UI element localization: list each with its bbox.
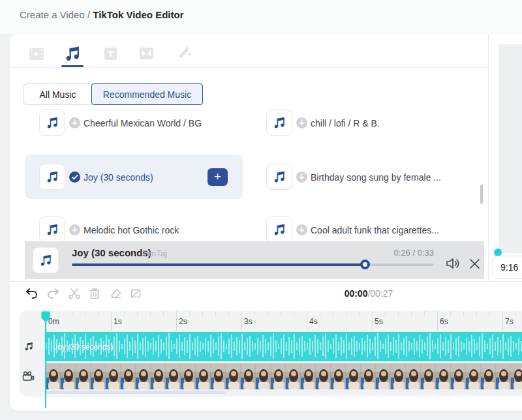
music-note-icon: [45, 170, 59, 184]
cut-button[interactable]: [68, 287, 81, 300]
audio-clip[interactable]: Joy (30 seconds): [46, 332, 522, 361]
app-window: Create a Video / TikTok Video Editor: [0, 0, 522, 420]
all-music-button[interactable]: All Music: [23, 83, 92, 105]
volume-icon[interactable]: [446, 257, 461, 270]
tab-video[interactable]: [29, 47, 44, 64]
music-tile: [266, 110, 292, 136]
playhead-handle[interactable]: [41, 311, 50, 323]
music-item[interactable]: Cool adult funk that cigarettes...: [311, 225, 439, 235]
tab-transition[interactable]: [139, 47, 154, 63]
ruler-label: 7s: [505, 317, 514, 326]
breadcrumb-current: TikTok Video Editor: [93, 9, 183, 20]
music-tile: [39, 217, 65, 243]
audio-track-icon: [23, 341, 34, 352]
timeline-current-time: 00:00: [345, 288, 368, 299]
download-icon[interactable]: [296, 117, 307, 128]
timeline-hscroll-thumb[interactable]: [44, 391, 225, 394]
delete-button[interactable]: [89, 287, 100, 300]
music-list-scrollbar[interactable]: [480, 185, 483, 204]
music-note-icon: [63, 44, 82, 63]
music-note-icon: [272, 222, 286, 237]
video-preview: [499, 44, 522, 253]
ruler-label: 6s: [440, 317, 448, 326]
tabbar-divider: [10, 67, 488, 68]
music-note-icon: [272, 170, 286, 184]
add-to-timeline-button[interactable]: +: [207, 168, 228, 186]
breadcrumb-parent[interactable]: Create a Video: [20, 9, 85, 20]
timeline-ruler[interactable]: 0m 1s 2s 3s 4s 5s 6s 7s: [46, 311, 522, 328]
aspect-ratio-selector[interactable]: 9:16: [493, 256, 522, 279]
audio-waveform: [46, 332, 522, 361]
close-icon[interactable]: [469, 258, 480, 269]
eraser-button[interactable]: [109, 288, 123, 300]
ruler-label: 3s: [244, 317, 253, 326]
music-tile: [39, 110, 65, 136]
player-title: Joy (30 seconds): [72, 247, 151, 258]
music-item[interactable]: Cheerful Mexican World / BG: [84, 118, 202, 128]
player-time: 0:26 / 0:33: [369, 248, 434, 258]
tab-effects[interactable]: [175, 45, 192, 65]
timeline-total-time: /00:27: [367, 288, 393, 299]
download-icon[interactable]: [296, 172, 307, 183]
video-track-icon: [22, 371, 35, 382]
video-clip[interactable]: [46, 363, 522, 389]
music-note-icon: [45, 222, 59, 237]
download-icon[interactable]: [69, 224, 80, 235]
breadcrumb-separator: /: [87, 9, 90, 20]
ruler-label: 5s: [375, 317, 383, 326]
panel-divider-horizontal: [10, 281, 522, 282]
player-artist: TimTaj: [142, 248, 167, 258]
music-item[interactable]: Birthday song sung by female ...: [311, 172, 441, 183]
playhead-line[interactable]: [45, 311, 46, 408]
magic-wand-icon: [175, 45, 192, 62]
tab-music[interactable]: [63, 44, 82, 65]
music-tile: [39, 164, 65, 190]
check-icon: [69, 172, 80, 183]
ruler-label: 2s: [179, 317, 187, 326]
download-icon[interactable]: [69, 117, 80, 128]
music-note-icon: [38, 253, 53, 267]
music-tile: [266, 217, 292, 243]
music-tile: [266, 164, 292, 190]
panel-divider-vertical: [488, 34, 489, 281]
music-item[interactable]: chill / lofi / R & B.: [311, 118, 380, 128]
timeline-timecode: 00:00/00:27: [323, 288, 414, 299]
music-item-selected-title[interactable]: Joy (30 seconds): [84, 172, 153, 183]
film-icon: [29, 47, 44, 61]
crop-button[interactable]: [130, 288, 142, 299]
player-progress-fill: [72, 263, 365, 266]
music-note-icon: [45, 115, 59, 130]
breadcrumb: Create a Video / TikTok Video Editor: [20, 9, 184, 20]
player-progress-handle[interactable]: [360, 260, 370, 269]
text-icon: [104, 47, 117, 61]
music-note-icon: [272, 115, 286, 130]
ruler-label: 4s: [309, 317, 318, 326]
tab-text[interactable]: [104, 47, 117, 63]
transition-icon: [139, 47, 154, 60]
recommended-music-button[interactable]: Recommended Music: [91, 83, 203, 105]
undo-button[interactable]: [25, 287, 38, 300]
player-track-tile: [33, 247, 59, 273]
music-item[interactable]: Melodic hot Gothic rock: [84, 225, 179, 235]
download-icon[interactable]: [296, 224, 307, 235]
ruler-label: 1s: [114, 317, 122, 326]
redo-button[interactable]: [46, 287, 60, 300]
audio-clip-label: Joy (30 seconds): [54, 342, 113, 352]
